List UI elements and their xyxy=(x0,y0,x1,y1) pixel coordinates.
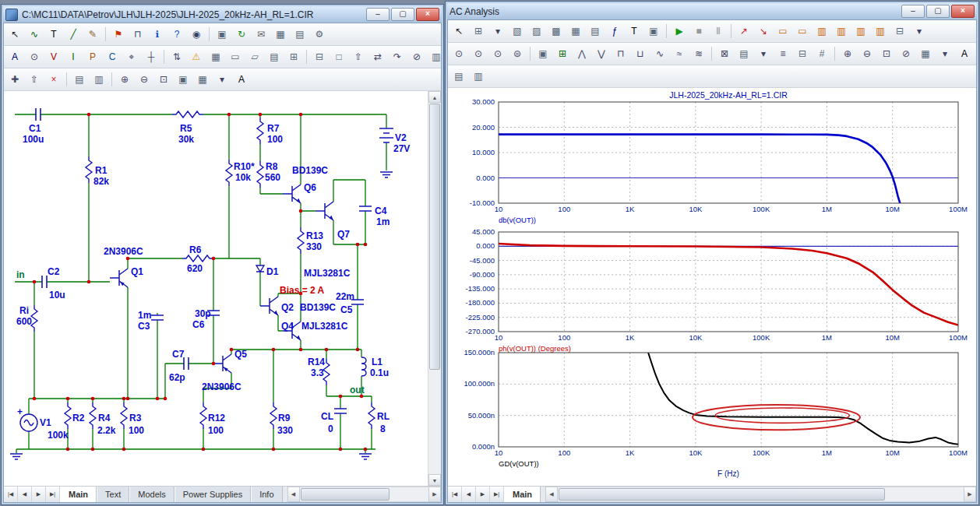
diagonal-wire-icon[interactable]: ╱ xyxy=(64,25,83,44)
zoom-window-icon[interactable]: ▧ xyxy=(508,22,527,40)
probe-one-icon[interactable]: ⊙ xyxy=(449,44,468,63)
overlay-icon[interactable]: ≋ xyxy=(689,44,708,63)
component-mode-icon[interactable]: ⊓ xyxy=(129,25,147,44)
function-icon[interactable]: ƒ xyxy=(605,22,624,40)
picture-icon[interactable]: ▣ xyxy=(213,25,231,44)
conditions-icon[interactable]: C xyxy=(103,47,122,66)
analysis-titlebar[interactable]: AC Analysis –▢× xyxy=(447,3,977,19)
pages-dropdown-icon[interactable]: ▾ xyxy=(754,44,773,63)
graphics-mode-icon[interactable]: ✎ xyxy=(83,25,102,44)
maximize-button[interactable]: ▢ xyxy=(926,5,950,18)
plot-properties-icon[interactable]: ▣ xyxy=(534,44,552,63)
warning-icon[interactable]: ⚠ xyxy=(187,47,206,66)
schematic-titlebar[interactable]: C:\MC11\DATA\Petrov\JLH\JLH-2025\JLH-202… xyxy=(3,6,442,23)
tab-main[interactable]: Main xyxy=(504,487,541,502)
polygon-mode-icon[interactable]: ▦ xyxy=(566,22,585,40)
increase-data-icon[interactable]: ↘ xyxy=(754,22,773,40)
copy-page-icon[interactable]: ▤ xyxy=(70,70,89,89)
layout-icon[interactable]: ⊟ xyxy=(890,22,909,40)
pin-connections-icon[interactable]: ⌖ xyxy=(122,47,141,66)
top-icon[interactable]: ⊓ xyxy=(612,44,630,63)
last-tab-button[interactable]: ▶| xyxy=(46,487,60,502)
scroll-left-icon[interactable]: ◀ xyxy=(545,487,558,502)
box-tool-icon[interactable]: □ xyxy=(330,47,348,66)
text-mode-icon[interactable]: T xyxy=(44,25,63,44)
panel-three-icon[interactable]: ▥ xyxy=(851,22,870,40)
pan-icon[interactable]: ✚ xyxy=(5,70,24,89)
data-points-icon[interactable]: ⊟ xyxy=(793,44,812,63)
schematic-canvas[interactable]: C1100uR530kR7100V227VR182kR10*10kR8560BD… xyxy=(4,91,441,486)
tab-power-supplies[interactable]: Power Supplies xyxy=(174,487,251,502)
zoom-out-icon[interactable]: ⊖ xyxy=(135,70,153,89)
tab-models[interactable]: Models xyxy=(129,487,174,502)
grid-icon[interactable]: ▦ xyxy=(916,44,935,63)
analysis-hscrollbar[interactable]: ◀ ▶ xyxy=(545,487,976,502)
browse-icon[interactable]: ▥ xyxy=(427,47,441,66)
sheet-icon[interactable]: ▤ xyxy=(265,47,284,66)
smooth-icon[interactable]: ≈ xyxy=(670,44,689,63)
probe-two-icon[interactable]: ⊙ xyxy=(469,44,488,63)
grid-icon[interactable]: ▦ xyxy=(271,25,290,44)
hscroll-thumb[interactable] xyxy=(559,488,885,501)
scroll-up-icon[interactable]: ▲ xyxy=(428,91,441,103)
go-up-icon[interactable]: ⇧ xyxy=(25,70,44,89)
scroll-down-icon[interactable]: ▼ xyxy=(428,474,441,486)
title-block-icon[interactable]: ▱ xyxy=(245,47,264,66)
refresh-icon[interactable]: ↻ xyxy=(232,25,251,44)
prev-tab-button[interactable]: ◀ xyxy=(462,487,476,502)
next-tab-button[interactable]: ▶ xyxy=(32,487,46,502)
panel-one-icon[interactable]: ▥ xyxy=(813,22,831,40)
currents-icon[interactable]: I xyxy=(64,47,83,66)
border-display-icon[interactable]: ▭ xyxy=(226,47,245,66)
cursor-dropdown-icon[interactable]: ▾ xyxy=(488,22,507,40)
peak-icon[interactable]: ⋀ xyxy=(573,44,591,63)
tag-mode-icon[interactable]: ▤ xyxy=(586,22,605,40)
scroll-right-icon[interactable]: ▶ xyxy=(428,487,441,502)
grid-dots-icon[interactable]: ▦ xyxy=(206,47,225,66)
pan-mode-icon[interactable]: ▩ xyxy=(547,22,566,40)
rotate-icon[interactable]: ↷ xyxy=(388,47,407,66)
first-tab-button[interactable]: |◀ xyxy=(4,487,18,502)
panel-four-icon[interactable]: ▥ xyxy=(871,22,890,40)
hscroll-thumb[interactable] xyxy=(301,488,390,501)
align-icon[interactable]: ⊟ xyxy=(310,47,329,66)
waveform-icon[interactable]: ∿ xyxy=(650,44,669,63)
snapshot-icon[interactable]: ▣ xyxy=(174,70,192,89)
annotate-text-icon[interactable]: A xyxy=(232,70,251,89)
tag-point-icon[interactable]: ⊠ xyxy=(715,44,734,63)
valley-icon[interactable]: ⋁ xyxy=(592,44,611,63)
kit-icon[interactable]: ⊞ xyxy=(284,47,303,66)
stop-icon[interactable]: ■ xyxy=(689,22,708,40)
run-icon[interactable]: ▶ xyxy=(670,22,689,40)
paste-page-icon[interactable]: ▥ xyxy=(90,70,108,89)
tab-text[interactable]: Text xyxy=(97,487,129,502)
report-icon[interactable]: ▤ xyxy=(291,25,309,44)
tab-main[interactable]: Main xyxy=(60,487,97,502)
next-tab-button[interactable]: ▶ xyxy=(476,487,490,502)
close-button[interactable]: × xyxy=(416,8,439,21)
pause-icon[interactable]: Ⅱ xyxy=(709,22,728,40)
pages-icon[interactable]: ▤ xyxy=(735,44,753,63)
tab-info[interactable]: Info xyxy=(251,487,282,502)
schematic-vscrollbar[interactable]: ▲ ▼ xyxy=(428,91,441,486)
grid-dropdown-icon[interactable]: ▾ xyxy=(213,70,231,89)
copy-page-icon[interactable]: ▤ xyxy=(449,67,468,86)
box-left-icon[interactable]: ▭ xyxy=(774,22,792,40)
node-voltages-icon[interactable]: V xyxy=(44,47,63,66)
remove-icon[interactable]: × xyxy=(44,70,63,89)
mirror-icon[interactable]: ⇄ xyxy=(368,47,387,66)
minimize-button[interactable]: – xyxy=(901,5,925,18)
flag-mode-icon[interactable]: ⚑ xyxy=(109,25,128,44)
crosshair-icon[interactable]: ┼ xyxy=(142,47,160,66)
schematic-hscrollbar[interactable]: ◀ ▶ xyxy=(287,487,441,502)
magnify-icon[interactable]: ⊘ xyxy=(897,44,915,63)
zoom-in-icon[interactable]: ⊕ xyxy=(838,44,857,63)
attribute-text-icon[interactable]: A xyxy=(5,47,24,66)
vscroll-thumb[interactable] xyxy=(429,104,440,370)
select-mode-icon[interactable]: ↖ xyxy=(5,25,24,44)
wire-mode-icon[interactable]: ∿ xyxy=(25,25,44,44)
probe-off-icon[interactable]: ⊜ xyxy=(508,44,527,63)
info-mode-icon[interactable]: ℹ xyxy=(148,25,167,44)
minimize-button[interactable]: – xyxy=(366,8,390,21)
box-right-icon[interactable]: ▭ xyxy=(793,22,812,40)
